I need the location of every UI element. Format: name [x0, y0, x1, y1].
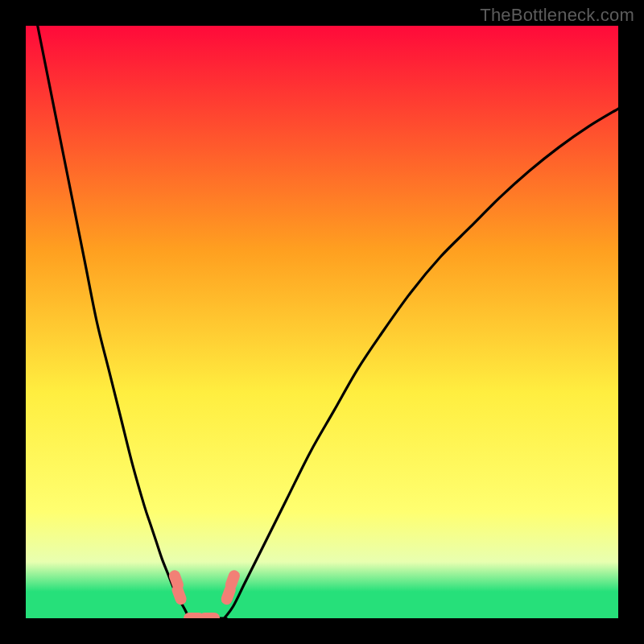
watermark-label: TheBottleneck.com: [480, 5, 634, 26]
chart-plot-area: [26, 26, 618, 618]
svg-rect-3: [199, 613, 220, 618]
data-marker: [199, 613, 220, 618]
chart-frame: TheBottleneck.com: [0, 0, 644, 644]
bottleneck-curve-chart: [26, 26, 618, 618]
gradient-background: [26, 26, 618, 618]
